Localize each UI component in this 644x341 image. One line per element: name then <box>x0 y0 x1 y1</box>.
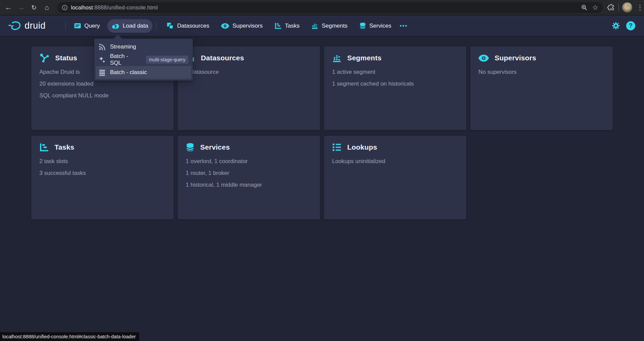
druid-navbar: druid Query <box>0 16 644 36</box>
nav-item-supervisors[interactable]: Supervisors <box>217 19 267 33</box>
supervisors-card[interactable]: Supervisors No supervisors <box>470 46 613 130</box>
menu-item-batch-sql[interactable]: Batch - SQL multi-stage-query <box>96 53 191 66</box>
nav-item-datasources[interactable]: Datasources <box>162 19 213 33</box>
browser-menu-icon[interactable]: ⋮ <box>636 3 644 11</box>
navbar-divider <box>65 22 66 30</box>
menu-item-label: Streaming <box>110 43 136 50</box>
screen: ← → ↻ ⌂ localhost:8888/unified-console.h… <box>0 0 644 341</box>
cloud-upload-icon <box>112 23 119 29</box>
query-icon <box>74 22 81 29</box>
nav-label: Supervisors <box>232 23 263 29</box>
card-line: 1 active segment <box>332 66 458 78</box>
reload-button[interactable]: ↻ <box>28 2 40 13</box>
forward-button[interactable]: → <box>15 2 27 13</box>
home-button[interactable]: ⌂ <box>41 2 52 13</box>
druid-logo-icon <box>8 21 22 31</box>
nav-label: Segments <box>322 23 348 29</box>
tasks-card[interactable]: Tasks 2 task slots 3 successful tasks <box>31 136 174 219</box>
extensions-puzzle-icon[interactable] <box>607 3 615 11</box>
card-line: 1 overlord, 1 coordinator <box>186 155 312 167</box>
card-line: Lookups uninitialized <box>332 155 458 167</box>
url-host: localhost <box>71 4 93 10</box>
card-line: 2 task slots <box>39 155 166 167</box>
properties-icon <box>332 143 342 152</box>
nav-item-segments[interactable]: Segments <box>307 19 352 33</box>
nav-item-tasks[interactable]: Tasks <box>270 19 304 33</box>
nav-label: Load data <box>123 23 148 29</box>
druid-wordmark: druid <box>25 21 46 31</box>
site-info-icon[interactable] <box>62 5 68 10</box>
menu-item-label: Batch - classic <box>110 69 147 76</box>
navbar-divider <box>156 22 156 30</box>
card-line: SQL compliant NULL mode <box>39 90 166 101</box>
link-preview-statusbar: localhost:8888/unified-console.html#clas… <box>0 332 139 341</box>
load-data-menu: Streaming Batch - SQL multi-stage-query <box>94 39 193 81</box>
gantt-icon <box>39 143 49 152</box>
url-path: :8888/unified-console.html <box>93 4 158 10</box>
datasources-card[interactable]: Datasources 1 datasource <box>178 46 320 130</box>
nav-more-button[interactable]: ••• <box>396 23 412 29</box>
segments-icon <box>311 22 318 29</box>
card-line: 1 datasource <box>186 66 312 78</box>
card-title: Datasources <box>201 54 244 62</box>
list-icon <box>99 69 106 76</box>
nav-label: Services <box>369 23 391 29</box>
card-title: Services <box>200 143 230 151</box>
card-title: Lookups <box>347 143 377 151</box>
toolbar-divider <box>618 4 619 11</box>
card-line: 1 router, 1 broker <box>186 167 312 179</box>
segments-card[interactable]: Segments 1 active segment 1 segment cach… <box>324 46 466 130</box>
nav-label: Datasources <box>177 23 209 29</box>
card-title: Tasks <box>55 143 74 151</box>
nav-item-services[interactable]: Services <box>355 19 396 33</box>
card-line: No supervisors <box>478 66 605 78</box>
nav-item-load-data[interactable]: Load data <box>107 19 153 33</box>
lookups-card[interactable]: Lookups Lookups uninitialized <box>324 136 466 219</box>
card-line: 1 historical, 1 middle manager <box>186 179 312 191</box>
nav-label: Query <box>84 23 100 29</box>
services-card[interactable]: Services 1 overlord, 1 coordinator 1 rou… <box>178 136 320 219</box>
back-button[interactable]: ← <box>3 2 14 13</box>
card-title: Status <box>55 54 77 62</box>
nav-label: Tasks <box>285 23 299 29</box>
datasources-icon <box>167 22 174 29</box>
profile-avatar[interactable] <box>622 2 632 12</box>
database-icon <box>186 143 194 152</box>
zoom-icon[interactable] <box>581 4 587 11</box>
segments-icon <box>332 53 342 63</box>
address-bar[interactable]: localhost:8888/unified-console.html ☆ <box>57 2 603 13</box>
card-title: Segments <box>347 54 382 62</box>
sparkles-icon <box>99 56 106 63</box>
eye-icon <box>478 55 489 62</box>
msq-badge: multi-stage-query <box>146 56 188 64</box>
druid-brand[interactable]: druid <box>8 21 46 31</box>
bookmark-star-icon[interactable]: ☆ <box>592 4 598 11</box>
database-icon <box>359 22 366 29</box>
nav-item-query[interactable]: Query <box>70 19 104 33</box>
card-line: 1 segment cached on historicals <box>332 78 458 90</box>
link-preview-url: localhost:8888/unified-console.html#clas… <box>2 334 136 339</box>
card-line: 3 successful tasks <box>39 167 166 179</box>
menu-item-label: Batch - SQL <box>110 53 137 66</box>
gear-icon[interactable] <box>612 22 620 30</box>
menu-item-streaming[interactable]: Streaming <box>96 40 191 53</box>
card-title: Supervisors <box>495 54 536 62</box>
gantt-icon <box>275 22 282 29</box>
graph-icon <box>39 53 49 63</box>
eye-icon <box>221 23 229 29</box>
feed-icon <box>99 43 106 51</box>
help-icon[interactable]: ? <box>626 21 635 30</box>
url-text: localhost:8888/unified-console.html <box>71 4 158 11</box>
menu-item-batch-classic[interactable]: Batch - classic <box>96 66 191 79</box>
browser-toolbar: ← → ↻ ⌂ localhost:8888/unified-console.h… <box>0 0 644 16</box>
